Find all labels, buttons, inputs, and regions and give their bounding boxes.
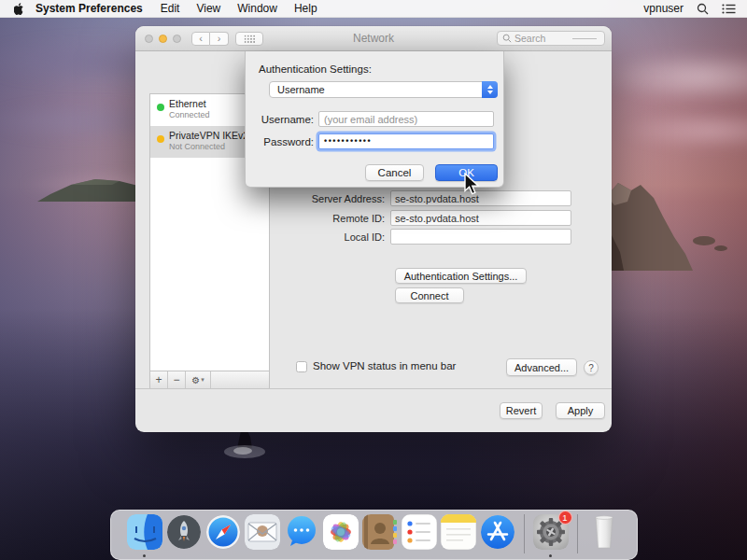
local-id-row: Local ID:	[271, 229, 571, 245]
dock-finder[interactable]	[127, 514, 162, 550]
search-icon	[502, 34, 512, 43]
reminders-icon	[402, 514, 437, 550]
status-dot-orange	[157, 135, 164, 143]
apple-logo-icon	[14, 3, 24, 15]
sheet-title: Authentication Settings:	[259, 63, 372, 75]
action-menu-button[interactable]: ⚙▾	[186, 371, 211, 388]
notification-badge: 1	[558, 511, 572, 525]
password-label: Password:	[246, 136, 318, 147]
notes-icon	[441, 514, 476, 550]
search-field-dash	[572, 38, 597, 39]
username-label: Username:	[246, 114, 318, 125]
password-field[interactable]: •••••••••••	[318, 133, 494, 149]
dock-reminders[interactable]	[402, 514, 437, 550]
photos-icon	[323, 514, 359, 550]
apple-menu[interactable]	[11, 2, 26, 15]
revert-button[interactable]: Revert	[500, 402, 543, 419]
sea-rock	[217, 427, 273, 461]
menu-view[interactable]: View	[196, 2, 220, 15]
apply-button[interactable]: Apply	[556, 402, 605, 419]
dock-mail[interactable]	[245, 514, 280, 550]
add-service-button[interactable]: +	[150, 371, 168, 388]
menubar-app-name[interactable]: System Preferences	[35, 2, 143, 15]
connect-button[interactable]: Connect	[395, 287, 464, 303]
launchpad-icon	[167, 515, 201, 549]
help-button[interactable]: ?	[584, 360, 599, 375]
remote-id-field[interactable]: se-sto.pvdata.host	[390, 210, 571, 226]
sheet-password-row: Password: •••••••••••	[246, 133, 494, 149]
app-store-icon	[481, 515, 514, 549]
auth-method-dropdown[interactable]: Username	[269, 81, 498, 98]
dock-separator	[524, 514, 525, 553]
dock: 1	[110, 510, 638, 560]
sheet-username-row: Username: (your email address)	[246, 111, 494, 127]
dock-safari[interactable]	[205, 514, 241, 550]
popup-stepper-icon	[482, 81, 498, 98]
right-cliff-silhouette	[596, 177, 747, 271]
finder-icon	[127, 514, 162, 550]
desktop: System Preferences Edit View Window Help…	[0, 0, 747, 560]
remote-id-row: Remote ID: se-sto.pvdata.host	[271, 210, 571, 226]
running-indicator	[549, 554, 552, 557]
menu-window[interactable]: Window	[237, 2, 277, 15]
sidebar-footer-toolbar: + − ⚙▾	[150, 371, 269, 388]
window-titlebar[interactable]: ‹ › Network Search	[135, 26, 612, 51]
auth-method-value: Username	[270, 84, 482, 95]
menu-list-icon[interactable]	[721, 2, 736, 15]
menubar-username[interactable]: vpnuser	[643, 2, 684, 15]
status-dot-green	[157, 104, 164, 111]
dock-photos[interactable]	[323, 514, 359, 550]
chevron-down-icon: ▾	[201, 376, 204, 384]
menu-help[interactable]: Help	[294, 2, 317, 15]
contacts-icon	[362, 514, 398, 550]
username-field[interactable]: (your email address)	[318, 111, 494, 127]
server-address-row: Server Address: se-sto.pvdata.host	[271, 190, 571, 206]
dock-notes[interactable]	[441, 514, 476, 550]
dock-contacts[interactable]	[362, 514, 398, 550]
authentication-sheet: Authentication Settings: Username Userna…	[245, 51, 504, 188]
show-vpn-status-checkbox[interactable]	[296, 361, 307, 372]
cancel-button[interactable]: Cancel	[365, 164, 424, 181]
remote-id-label: Remote ID:	[271, 213, 390, 224]
remove-service-button[interactable]: −	[168, 371, 186, 388]
messages-icon	[284, 514, 319, 550]
safari-icon	[206, 515, 240, 549]
dock-app-store[interactable]	[480, 514, 515, 550]
local-id-label: Local ID:	[271, 231, 390, 243]
window-footer: Revert Apply	[135, 389, 612, 431]
menu-edit[interactable]: Edit	[161, 2, 180, 15]
authentication-settings-button[interactable]: Authentication Settings...	[395, 268, 527, 284]
dock-launchpad[interactable]	[166, 514, 202, 550]
show-vpn-status-label: Show VPN status in menu bar	[313, 360, 456, 371]
running-indicator	[143, 554, 146, 557]
ok-button[interactable]: OK	[435, 164, 498, 181]
network-preferences-window: ‹ › Network Search Ethernet Connected	[135, 26, 612, 432]
cloud-shape	[616, 112, 747, 149]
search-placeholder: Search	[514, 33, 545, 44]
advanced-button[interactable]: Advanced...	[506, 358, 577, 376]
dock-messages[interactable]	[284, 514, 319, 550]
menu-bar: System Preferences Edit View Window Help…	[0, 0, 747, 18]
local-id-field[interactable]	[390, 229, 571, 245]
dock-separator	[577, 514, 578, 553]
cloud-shape	[598, 51, 747, 103]
dock-system-preferences[interactable]: 1	[533, 514, 569, 550]
server-address-label: Server Address:	[271, 193, 390, 204]
trash-icon	[586, 514, 622, 550]
gear-icon: ⚙	[191, 375, 200, 385]
server-address-field[interactable]: se-sto.pvdata.host	[390, 190, 571, 206]
mail-icon	[245, 514, 280, 550]
dock-trash[interactable]	[586, 514, 622, 550]
spotlight-search-icon[interactable]	[695, 2, 710, 15]
toolbar-search-input[interactable]: Search	[497, 31, 605, 46]
